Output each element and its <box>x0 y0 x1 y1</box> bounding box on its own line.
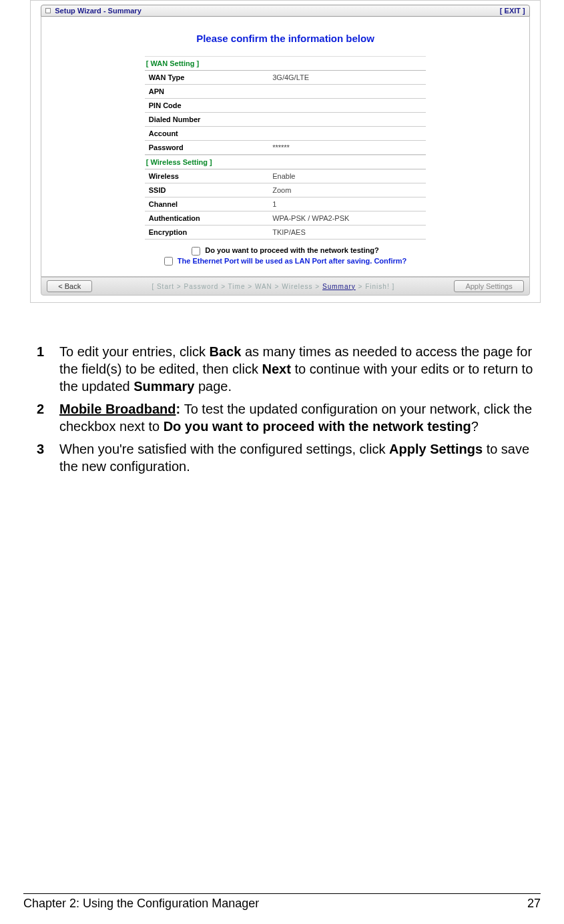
confirm-heading: Please confirm the information below <box>51 33 519 44</box>
wan-settings-table: WAN Type3G/4G/LTE APN PIN Code Dialed Nu… <box>145 71 426 155</box>
table-row: Channel1 <box>145 197 426 211</box>
breadcrumb-active: Summary <box>322 283 356 290</box>
network-test-label: Do you want to proceed with the network … <box>205 246 378 254</box>
wireless-settings-table: WirelessEnable SSIDZoom Channel1 Authent… <box>145 169 426 240</box>
chapter-label: Chapter 2: Using the Configuration Manag… <box>23 897 259 911</box>
table-row: Password****** <box>145 141 426 155</box>
table-row: EncryptionTKIP/AES <box>145 225 426 240</box>
wizard-titlebar: Setup Wizard - Summary [ EXIT ] <box>41 5 529 17</box>
network-test-checkbox[interactable] <box>192 247 200 256</box>
wireless-section-header: [ Wireless Setting ] <box>145 155 426 169</box>
lan-confirm-checkbox[interactable] <box>164 257 173 266</box>
wizard-body: Please confirm the information below [ W… <box>41 17 529 277</box>
window-icon <box>45 8 51 13</box>
step-number: 3 <box>37 440 59 475</box>
step-text: To edit your entries, click Back as many… <box>59 343 534 395</box>
table-row: Dialed Number <box>145 113 426 127</box>
apply-settings-button[interactable]: Apply Settings <box>454 280 523 292</box>
step-text: Mobile Broadband: To test the updated co… <box>59 400 534 435</box>
table-row: Account <box>145 127 426 141</box>
page-number: 27 <box>527 897 541 911</box>
lan-confirm-line: The Ethernet Port will be used as LAN Po… <box>145 257 426 266</box>
step-number: 2 <box>37 400 59 435</box>
list-item: 2 Mobile Broadband: To test the updated … <box>37 400 534 435</box>
step-number: 1 <box>37 343 59 395</box>
back-button[interactable]: < Back <box>47 280 92 292</box>
instructions: 1 To edit your entries, click Back as ma… <box>37 343 534 475</box>
table-row: AuthenticationWPA-PSK / WPA2-PSK <box>145 211 426 225</box>
wizard-title: Setup Wizard - Summary <box>55 7 141 15</box>
wan-section-header: [ WAN Setting ] <box>145 56 426 71</box>
exit-button[interactable]: [ EXIT ] <box>500 7 525 15</box>
page-footer: Chapter 2: Using the Configuration Manag… <box>23 893 541 911</box>
lan-confirm-label: The Ethernet Port will be used as LAN Po… <box>178 257 407 265</box>
table-row: WAN Type3G/4G/LTE <box>145 71 426 85</box>
step-text: When you're satisfied with the configure… <box>59 440 534 475</box>
list-item: 1 To edit your entries, click Back as ma… <box>37 343 534 395</box>
list-item: 3 When you're satisfied with the configu… <box>37 440 534 475</box>
table-row: PIN Code <box>145 99 426 113</box>
table-row: SSIDZoom <box>145 183 426 197</box>
wizard-footer: < Back [ Start > Password > Time > WAN >… <box>41 277 529 296</box>
table-row: WirelessEnable <box>145 169 426 183</box>
table-row: APN <box>145 85 426 99</box>
wizard-screenshot: Setup Wizard - Summary [ EXIT ] Please c… <box>30 0 541 303</box>
network-test-line: Do you want to proceed with the network … <box>145 246 426 256</box>
breadcrumb: [ Start > Password > Time > WAN > Wirele… <box>92 283 454 290</box>
